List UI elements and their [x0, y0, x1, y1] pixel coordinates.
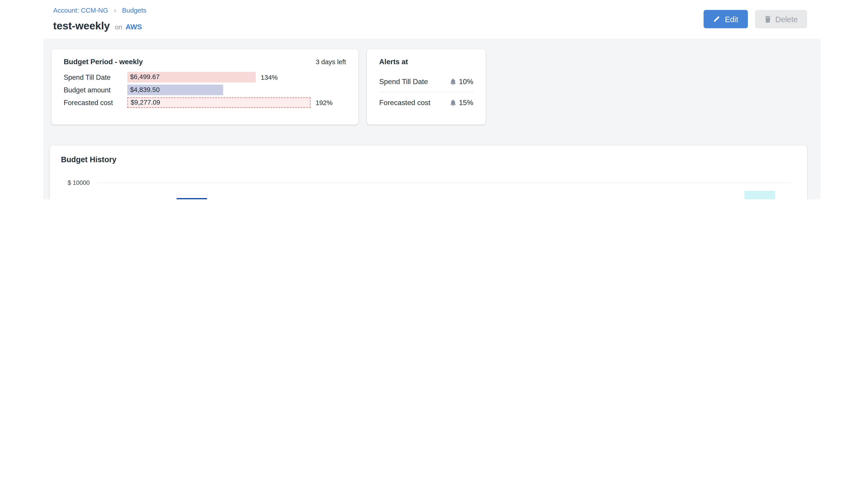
budget-period-row: Spend Till Date$6,499.67134%	[64, 72, 346, 83]
budget-period-title: Budget Period - weekly	[64, 58, 143, 66]
budget-period-row-label: Spend Till Date	[64, 73, 127, 81]
alert-row-label: Forecasted cost	[379, 98, 431, 107]
y-axis-max-label: $ 10000	[50, 179, 90, 186]
alert-rows: Spend Till Date10%Forecasted cost15%	[379, 71, 473, 113]
forecasted-cost-bar[interactable]	[745, 191, 775, 199]
budget-period-rows: Spend Till Date$6,499.67134%Budget amoun…	[64, 72, 346, 108]
header-actions: Edit Delete	[704, 10, 807, 28]
page-header: Account: CCM-NG › Budgets test-weekly on…	[0, 0, 868, 39]
alert-row-label: Spend Till Date	[379, 77, 428, 86]
delete-button-label: Delete	[775, 15, 798, 24]
page: Account: CCM-NG › Budgets test-weekly on…	[0, 0, 868, 199]
budget-period-row-percent: 192%	[315, 99, 333, 106]
budget-period-row: Forecasted cost$9,277.09192%	[64, 97, 346, 108]
alerts-title: Alerts at	[379, 58, 473, 66]
bell-icon	[450, 99, 456, 106]
budget-period-row-bar: $4,839.50	[127, 85, 223, 95]
budget-period-row-percent: 134%	[260, 73, 278, 81]
actual-cost-bar[interactable]	[176, 198, 207, 199]
chart-plot	[97, 183, 792, 199]
edit-button[interactable]: Edit	[704, 10, 748, 28]
cloud-provider-label: AWS	[125, 23, 142, 31]
budget-period-row-label: Budget amount	[64, 86, 127, 94]
pencil-icon	[713, 15, 720, 23]
title-row: test-weekly on AWS	[53, 20, 142, 32]
budget-history-title: Budget History	[61, 155, 116, 164]
budget-history-card: Budget History $ 10000 $ 0 19 Apr 2025 -…	[50, 145, 807, 199]
budget-period-row-bar: $6,499.67	[127, 72, 256, 83]
alerts-card: Alerts at Spend Till Date10%Forecasted c…	[367, 49, 486, 125]
alert-row: Forecasted cost15%	[379, 92, 473, 113]
budget-period-row-bar: $9,277.09	[127, 97, 311, 108]
alert-threshold-value: 10%	[459, 77, 473, 86]
budget-period-card: Budget Period - weekly 3 days left Spend…	[52, 49, 358, 125]
breadcrumb-separator-icon: ›	[114, 6, 116, 14]
breadcrumb: Account: CCM-NG › Budgets	[53, 6, 147, 14]
breadcrumb-budgets-link[interactable]: Budgets	[122, 6, 147, 14]
content-panel: Budget Period - weekly 3 days left Spend…	[43, 39, 820, 199]
breadcrumb-account-link[interactable]: Account: CCM-NG	[53, 6, 108, 14]
alert-row: Spend Till Date10%	[379, 71, 473, 92]
budget-period-row-label: Forecasted cost	[64, 99, 127, 106]
days-left-label: 3 days left	[316, 58, 346, 66]
alert-threshold-value: 15%	[459, 98, 473, 107]
page-title: test-weekly	[53, 20, 110, 32]
delete-button[interactable]: Delete	[755, 10, 807, 28]
title-connector: on	[115, 23, 122, 31]
bell-icon	[450, 78, 456, 85]
trash-icon	[764, 15, 771, 23]
budget-period-row: Budget amount$4,839.50	[64, 85, 346, 95]
edit-button-label: Edit	[725, 15, 738, 24]
budget-period-card-header: Budget Period - weekly 3 days left	[64, 58, 346, 66]
